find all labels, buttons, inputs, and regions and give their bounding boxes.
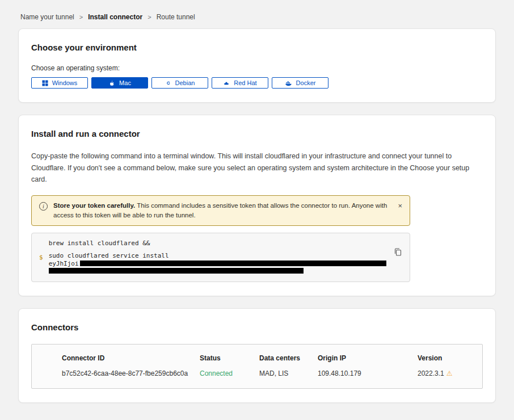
token-prefix: eyJhIjoi [49,260,79,267]
breadcrumb-separator: > [148,14,151,20]
breadcrumb-step-install-connector[interactable]: Install connector [88,13,142,21]
shell-prompt: $ [39,254,43,261]
column-header-data-centers: Data centers [259,354,318,362]
os-button-label: Windows [52,79,78,86]
token-warning-banner: i Store your token carefully. This comma… [31,195,410,226]
os-button-debian[interactable]: Debian [151,77,208,89]
breadcrumb-step-name-your-tunnel[interactable]: Name your tunnel [20,13,74,21]
apple-icon [108,79,115,87]
connectors-table: Connector ID Status Data centers Origin … [31,344,483,389]
debian-icon [165,80,171,86]
breadcrumb: Name your tunnel > Install connector > R… [18,0,496,28]
origin-ip-value: 109.48.10.179 [318,369,418,377]
install-command: brew install cloudflared && sudo cloudfl… [49,240,387,275]
os-button-group: Windows Mac Debian [31,77,483,89]
close-icon[interactable]: × [397,201,403,211]
command-line-2: sudo cloudflared service install [49,252,387,259]
os-button-label: Mac [119,79,131,86]
warning-triangle-icon: ⚠ [446,369,453,377]
copy-icon[interactable] [393,247,403,258]
column-header-origin-ip: Origin IP [318,354,418,362]
token-line-1: eyJhIjoi [49,260,387,267]
environment-card: Choose your environment Choose an operat… [18,28,496,103]
column-header-status: Status [200,354,259,362]
command-line-1: brew install cloudflared && [49,240,387,247]
version-number: 2022.3.1 [418,369,444,377]
info-icon: i [39,202,48,211]
redhat-icon [223,80,230,86]
redacted-token-bar [80,261,386,266]
page: Name your tunnel > Install connector > R… [0,0,514,420]
token-warning-text: Store your token carefully. This command… [53,201,390,221]
environment-card-title: Choose your environment [31,43,483,52]
connectors-card-title: Connectors [31,322,483,332]
column-header-version: Version [418,354,477,362]
connectors-card: Connectors Connector ID Status Data cent… [18,308,496,403]
data-centers-value: MAD, LIS [259,369,318,377]
connector-id-value: b7c52c42-6caa-48ee-8c77-fbe259cb6c0a [62,369,200,377]
os-button-label: Red Hat [234,79,256,86]
redacted-token-bar [49,268,304,274]
token-warning-bold: Store your token carefully. [53,202,135,209]
install-connector-card: Install and run a connector Copy-paste t… [18,115,496,296]
status-badge: Connected [200,369,259,377]
install-instructions: Copy-paste the following command into a … [31,150,483,186]
os-button-mac[interactable]: Mac [91,77,148,89]
os-select-label: Choose an operating system: [31,64,483,72]
install-card-title: Install and run a connector [31,129,483,138]
column-header-connector-id: Connector ID [62,354,200,362]
os-button-windows[interactable]: Windows [31,77,88,89]
version-value: 2022.3.1⚠ [418,369,477,377]
os-button-redhat[interactable]: Red Hat [212,77,268,89]
breadcrumb-step-route-tunnel[interactable]: Route tunnel [157,13,195,21]
os-button-label: Docker [296,79,316,86]
docker-icon [285,80,292,86]
install-command-block: $ brew install cloudflared && sudo cloud… [31,233,410,282]
breadcrumb-separator: > [79,14,83,20]
os-button-label: Debian [175,79,195,86]
windows-icon [42,80,48,86]
os-button-docker[interactable]: Docker [272,77,328,89]
